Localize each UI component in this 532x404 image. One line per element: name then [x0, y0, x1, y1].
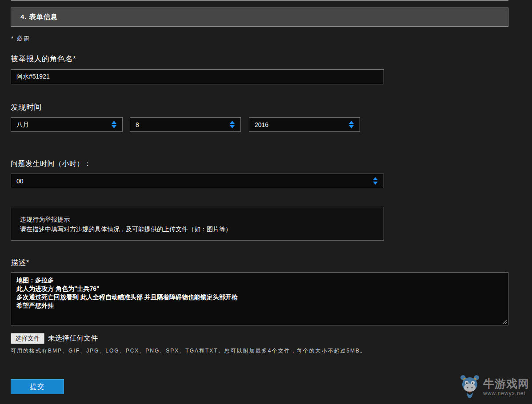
found-year-value: 2016 [255, 121, 348, 128]
newyx-watermark: 牛游戏网 www.newyx.net [459, 374, 529, 400]
reported-player-input[interactable] [11, 69, 384, 84]
found-month-select[interactable]: 八月 [11, 117, 123, 132]
found-day-select[interactable]: 8 [130, 117, 241, 132]
submit-button[interactable]: 提交 [11, 379, 64, 394]
section-header: 4. 表单信息 [11, 8, 508, 27]
issue-hour-select[interactable]: 00 [11, 174, 384, 188]
select-arrows-icon [229, 120, 235, 129]
report-notice-detail: 请在描述中填写对方违规的具体情况，及可能提供的上传文件（如：图片等） [20, 224, 375, 234]
file-upload-row: 选择文件 未选择任何文件 [11, 333, 98, 344]
found-time-label: 发现时间 [11, 102, 42, 112]
file-format-hint: 可用的格式有BMP、GIF、JPG、LOG、PCX、PNG、SPX、TGA和TX… [11, 347, 513, 355]
report-notice-box: 违规行为举报提示 请在描述中填写对方违规的具体情况，及可能提供的上传文件（如：图… [11, 207, 384, 241]
issue-hour-value: 00 [16, 178, 372, 185]
description-textarea[interactable]: 地图：多拉多 此人为进攻方 角色为"士兵76" 多次通过死亡回放看到 此人全程自… [11, 272, 508, 325]
choose-file-button[interactable]: 选择文件 [11, 333, 44, 344]
newyx-site-name: 牛游戏网 [483, 378, 529, 389]
select-arrows-icon [348, 120, 354, 129]
found-month-value: 八月 [16, 121, 111, 129]
previous-section-cut-border [11, 0, 508, 1]
newyx-site-url: www.newyx.net [483, 390, 529, 396]
reported-player-label: 被举报人的角色名* [11, 54, 76, 64]
newyx-watermark-texts: 牛游戏网 www.newyx.net [483, 378, 529, 396]
file-status-text: 未选择任何文件 [48, 334, 98, 343]
found-day-value: 8 [136, 121, 229, 128]
required-fields-note: * 必需 [11, 35, 30, 43]
select-arrows-icon [111, 120, 117, 129]
newyx-cow-logo-icon [459, 374, 480, 400]
description-label: 描述* [11, 257, 29, 268]
select-arrows-icon [372, 177, 378, 185]
issue-hour-label: 问题发生时间（小时）： [11, 159, 92, 169]
found-year-select[interactable]: 2016 [249, 117, 360, 132]
section-header-title: 4. 表单信息 [20, 13, 58, 21]
report-notice-title: 违规行为举报提示 [20, 214, 375, 224]
